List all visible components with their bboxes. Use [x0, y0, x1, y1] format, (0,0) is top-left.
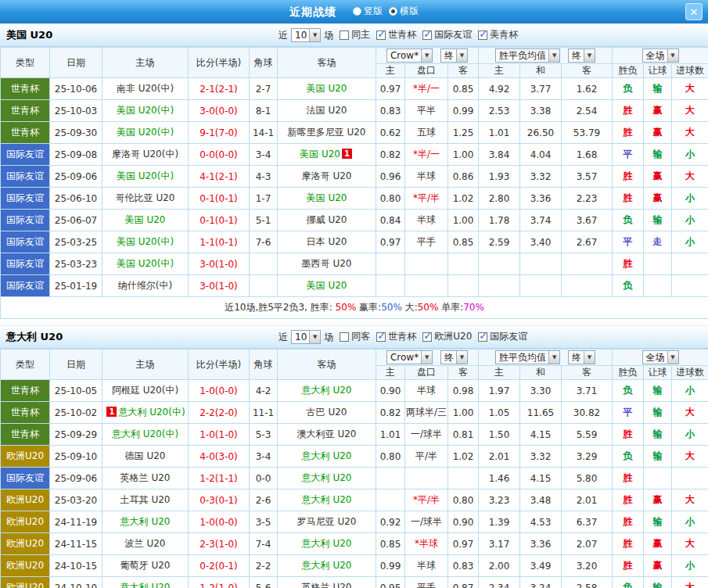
odds-stage-select[interactable]: 终▼	[440, 350, 468, 364]
away-team: 新喀里多尼亚 U20	[278, 122, 376, 144]
fulltime-select[interactable]: 全场▼	[642, 350, 679, 364]
result-outcome: 胜	[613, 100, 644, 122]
checkbox-checked-icon[interactable]	[422, 30, 432, 40]
away-team-name: 美国 U20	[300, 149, 340, 160]
result-handicap: 走	[644, 231, 672, 253]
checkbox-unchecked-icon[interactable]	[340, 30, 349, 40]
match-row: 国际友谊25-03-23美国 U20(中)3-0(1-0)墨西哥 U20胜	[1, 253, 708, 275]
away-team-name: 意大利 U20	[302, 385, 352, 396]
col-res-handicap: 让球	[644, 366, 672, 380]
team-section: 意大利 U20 近 10▼ 场 同客世青杯欧洲U20国际友谊 类型 日期 主场	[0, 325, 708, 588]
checkbox-checked-icon[interactable]	[376, 30, 386, 40]
filter-checkbox-item[interactable]: 同主	[340, 28, 370, 41]
odds-stage-select[interactable]: 终▼	[440, 48, 468, 63]
odds-away: 0.90	[448, 511, 479, 533]
col-score: 比分(半场)	[189, 48, 250, 78]
avg-draw	[520, 253, 562, 275]
avg-group-header: 胜平负均值▼ 终▼	[479, 350, 613, 366]
avg-away: 5.80	[562, 468, 613, 489]
filter-checkbox-item[interactable]: 国际友谊	[422, 28, 472, 41]
result-handicap: 输	[644, 424, 672, 446]
home-team-name: 美国 U20(中)	[117, 236, 174, 247]
avg-away: 2.54	[562, 100, 613, 122]
odds-handicap: 半球	[405, 555, 448, 577]
avg-home: 2.00	[479, 555, 520, 577]
result-group-header: 全场▼	[613, 350, 708, 366]
result-handicap: 赢	[644, 100, 672, 122]
away-team-name: 美国 U20	[307, 83, 347, 94]
result-goals: 小	[672, 188, 708, 210]
odds-group-header: Crow*▼ 终▼	[376, 48, 479, 64]
checkbox-checked-icon[interactable]	[478, 332, 487, 342]
score-halftime: 3-0(0-0)	[189, 100, 250, 122]
horizontal-layout-label[interactable]: 横版	[400, 5, 419, 18]
match-type-label: 欧洲U20	[1, 533, 50, 555]
away-team: 美国 U201	[278, 144, 376, 166]
result-goals: 大	[672, 402, 708, 424]
filter-checkbox-label: 欧洲U20	[434, 330, 472, 343]
odds-away: 1.00	[448, 210, 479, 231]
match-count-select[interactable]: 10▼	[291, 28, 321, 42]
checkbox-checked-icon[interactable]	[422, 332, 432, 342]
checkbox-checked-icon[interactable]	[478, 30, 487, 40]
close-icon[interactable]: ✕	[685, 3, 703, 20]
avg-home: 3.84	[479, 144, 520, 166]
result-handicap: 输	[644, 78, 672, 100]
avg-draw: 3.32	[520, 446, 562, 468]
home-team-name: 美国 U20(中)	[117, 258, 174, 269]
match-row: 欧洲U2025-09-10德国 U204-0(3-0)3-4意大利 U200.8…	[1, 446, 708, 468]
fulltime-select[interactable]: 全场▼	[642, 48, 679, 63]
horizontal-layout-radio[interactable]	[389, 7, 397, 16]
corner-count: 8-1	[250, 100, 278, 122]
result-handicap: 输	[644, 402, 672, 424]
avg-odds-select[interactable]: 胜平负均值▼	[495, 350, 560, 364]
home-team: 美国 U20	[102, 210, 189, 231]
home-team-name: 美国 U20(中)	[117, 170, 174, 181]
odds-home: 0.84	[376, 210, 405, 231]
match-type-label: 世青杯	[1, 78, 50, 100]
avg-away	[562, 275, 613, 297]
summary-segment: 近10场,胜5平2负3, 胜率:	[225, 302, 335, 313]
vertical-layout-radio[interactable]	[353, 7, 361, 16]
col-corner: 角球	[250, 350, 278, 380]
filter-checkbox-item[interactable]: 世青杯	[376, 330, 416, 343]
away-team-name: 古巴 U20	[307, 407, 347, 418]
filter-checkbox-item[interactable]: 国际友谊	[478, 330, 527, 343]
odds-away: 1.00	[448, 402, 479, 424]
match-row: 国际友谊25-03-25美国 U20(中)1-1(0-1)7-6日本 U200.…	[1, 231, 708, 253]
result-handicap: 赢	[644, 188, 672, 210]
away-team-name: 意大利 U20	[302, 472, 352, 483]
avg-odds-select[interactable]: 胜平负均值▼	[495, 48, 560, 63]
avg-away: 2.01	[562, 489, 613, 511]
match-type-label: 世青杯	[1, 100, 50, 122]
home-team: 美国 U20(中)	[102, 122, 189, 144]
match-date: 25-10-06	[50, 78, 102, 100]
corner-count: 7-4	[250, 533, 278, 555]
avg-stage-select[interactable]: 终▼	[568, 48, 595, 63]
corner-count: 4-3	[250, 166, 278, 188]
chevron-down-icon: ▼	[667, 351, 678, 364]
corner-count: 4-2	[250, 380, 278, 402]
bookmaker-select[interactable]: Crow*▼	[386, 48, 433, 63]
avg-home: 1.46	[479, 468, 520, 489]
filter-checkbox-item[interactable]: 世青杯	[376, 28, 416, 41]
filter-checkbox-item[interactable]: 同客	[340, 330, 370, 343]
odds-away: 0.83	[448, 555, 479, 577]
home-team-name: 意大利 U20(中)	[112, 428, 178, 439]
bookmaker-select[interactable]: Crow*▼	[386, 350, 433, 364]
match-row: 世青杯25-10-021意大利 U20(中)2-2(2-0)11-1古巴 U20…	[1, 402, 708, 424]
col-avg-away: 客	[562, 64, 613, 78]
checkbox-checked-icon[interactable]	[376, 332, 386, 342]
odds-away	[448, 275, 479, 297]
filter-checkbox-item[interactable]: 美青杯	[478, 28, 518, 41]
vertical-layout-label[interactable]: 竖版	[364, 5, 383, 18]
result-handicap	[644, 275, 672, 297]
match-type-label: 国际友谊	[1, 188, 50, 210]
corner-count: 11-1	[250, 402, 278, 424]
avg-stage-select[interactable]: 终▼	[568, 350, 595, 364]
filter-checkbox-item[interactable]: 欧洲U20	[422, 330, 472, 343]
match-type-label: 国际友谊	[1, 231, 50, 253]
checkbox-unchecked-icon[interactable]	[340, 332, 349, 342]
result-goals: 小	[672, 555, 708, 577]
match-count-select[interactable]: 10▼	[291, 330, 321, 344]
